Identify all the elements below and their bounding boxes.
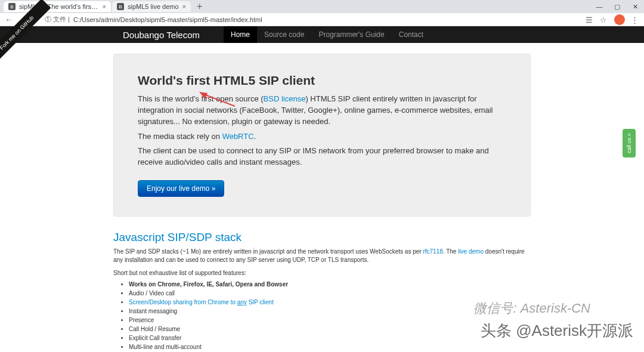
list-item: Explicit Call transfer [129, 334, 531, 342]
url-field[interactable]: ① 文件 | C:/Users/admin/Desktop/sipml5-mas… [45, 15, 580, 24]
favicon-icon: B [117, 3, 124, 10]
list-item: Multi-line and multi-account [129, 342, 531, 351]
tab-bar: B sipML5 – The world's first op… × B sip… [0, 0, 644, 13]
list-item: Instant messaging [129, 307, 531, 316]
tab-title: sipML5 live demo [128, 3, 179, 10]
hero: World's first HTML5 SIP client This is t… [113, 54, 531, 217]
window-controls: — ▢ ✕ [590, 0, 644, 13]
browser-chrome: B sipML5 – The world's first op… × B sip… [0, 0, 644, 26]
site-nav: Doubango Telecom Home Source code Progra… [0, 26, 644, 43]
star-icon[interactable]: ☆ [600, 16, 608, 24]
url-prefix: ① 文件 | [45, 15, 70, 24]
address-bar: ← → ⟳ ① 文件 | C:/Users/admin/Desktop/sipm… [0, 13, 644, 26]
avatar[interactable] [614, 14, 625, 25]
translate-icon[interactable]: ☰ [586, 16, 594, 24]
feature-link[interactable]: Screen/Desktop sharing from Chrome to an… [129, 299, 274, 305]
close-icon[interactable]: × [103, 3, 106, 10]
url-text: C:/Users/admin/Desktop/sipml5-master/sip… [73, 16, 262, 23]
list-item: Call Hold / Resume [129, 325, 531, 334]
favicon-icon: B [8, 3, 16, 10]
list-item: Audio / Video call [129, 289, 531, 298]
close-icon[interactable]: ✕ [626, 0, 644, 13]
new-tab-button[interactable]: + [192, 1, 207, 12]
bsd-license-link[interactable]: BSD license [264, 94, 306, 103]
nav-source[interactable]: Source code [257, 26, 311, 43]
back-icon[interactable]: ← [5, 15, 13, 24]
rfc-link[interactable]: rfc7118 [423, 248, 442, 255]
menu-icon[interactable]: ⋮ [631, 16, 639, 24]
nav-contact[interactable]: Contact [392, 26, 431, 43]
list-item: Screen/Desktop sharing from Chrome to an… [129, 298, 531, 307]
page-content: World's first HTML5 SIP client This is t… [113, 54, 531, 352]
brand[interactable]: Doubango Telecom [123, 30, 200, 40]
stack-heading: Javascript SIP/SDP stack [113, 231, 531, 244]
nav-home[interactable]: Home [224, 26, 257, 43]
hero-paragraph-1: This is the world's first open source (B… [138, 94, 506, 128]
stack-paragraph: The SIP and SDP stacks (~1 Mo) are entir… [113, 248, 531, 264]
hero-paragraph-3: The client can be used to connect to any… [138, 146, 506, 168]
browser-tab-1[interactable]: B sipML5 – The world's first op… × [4, 1, 111, 12]
stack-subtitle: Short but not exhaustive list of support… [113, 269, 531, 277]
maximize-icon[interactable]: ▢ [608, 0, 626, 13]
hero-title: World's first HTML5 SIP client [138, 73, 506, 88]
list-item: Presence [129, 316, 531, 325]
call-us-widget[interactable]: call us » [623, 129, 636, 158]
close-icon[interactable]: × [182, 3, 186, 10]
nav-guide[interactable]: Programmer's Guide [311, 26, 391, 43]
list-item: Works on Chrome, Firefox, IE, Safari, Op… [129, 280, 531, 289]
webrtc-link[interactable]: WebRTC [222, 132, 254, 141]
browser-tab-2[interactable]: B sipML5 live demo × [112, 1, 191, 12]
live-demo-button[interactable]: Enjoy our live demo » [138, 180, 224, 197]
feature-list: Works on Chrome, Firefox, IE, Safari, Op… [113, 280, 531, 352]
live-demo-link[interactable]: live demo [458, 248, 484, 255]
hero-paragraph-2: The media stack rely on WebRTC. [138, 131, 506, 143]
minimize-icon[interactable]: — [590, 0, 608, 13]
